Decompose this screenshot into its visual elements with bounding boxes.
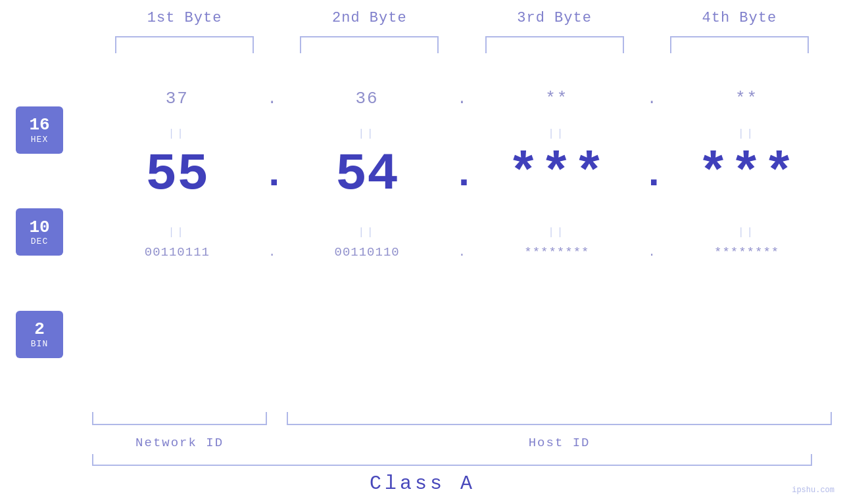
bracket-top-2 — [277, 36, 462, 53]
pipe-7: || — [472, 227, 642, 239]
class-bracket — [92, 454, 812, 466]
bin-dot-2: . — [452, 246, 472, 259]
network-id-label: Network ID — [92, 436, 267, 450]
bin-badge-number: 2 — [34, 320, 45, 339]
bracket-top-4 — [647, 36, 832, 53]
dec-dot-2: . — [452, 155, 472, 195]
hex-dot-1: . — [262, 90, 282, 108]
main-container: 16 HEX 10 DEC 2 BIN 1st Byte 2nd Byte 3r… — [0, 0, 845, 504]
dec-val-2: 54 — [282, 145, 452, 204]
pipe-row-1: || || || || — [92, 128, 832, 140]
badge-column: 16 HEX 10 DEC 2 BIN — [16, 0, 63, 504]
dec-badge-number: 10 — [29, 218, 49, 237]
hex-dot-2: . — [452, 90, 472, 108]
host-bracket — [287, 412, 832, 425]
header-byte3: 3rd Byte — [462, 10, 647, 26]
dec-val-3: *** — [472, 145, 642, 204]
pipe-1: || — [92, 128, 262, 140]
bin-val-1: 00110111 — [92, 245, 262, 260]
byte-headers: 1st Byte 2nd Byte 3rd Byte 4th Byte — [92, 10, 832, 26]
pipe-5: || — [92, 227, 262, 239]
hex-val-3: ** — [472, 89, 642, 108]
hex-val-1: 37 — [92, 89, 262, 108]
dec-badge-label: DEC — [31, 237, 48, 246]
hex-badge-label: HEX — [31, 135, 48, 145]
bin-val-3: ******** — [472, 245, 642, 260]
dec-dot-1: . — [262, 155, 282, 195]
header-byte1: 1st Byte — [92, 10, 277, 26]
header-byte4: 4th Byte — [647, 10, 832, 26]
pipe-6: || — [282, 227, 452, 239]
hex-val-2: 36 — [282, 89, 452, 108]
pipe-3: || — [472, 128, 642, 140]
dec-val-4: *** — [662, 145, 832, 204]
bracket-top-3 — [462, 36, 647, 53]
network-host-brackets — [92, 412, 832, 425]
pipe-2: || — [282, 128, 452, 140]
dec-badge: 10 DEC — [16, 208, 63, 256]
pipe-row-2: || || || || — [92, 227, 832, 239]
class-label: Class A — [0, 472, 845, 495]
bracket-top-1 — [92, 36, 277, 53]
pipe-4: || — [662, 128, 832, 140]
hex-dot-3: . — [642, 90, 662, 108]
network-host-labels: Network ID Host ID — [92, 436, 832, 450]
hex-badge: 16 HEX — [16, 106, 63, 154]
bracket-line-1 — [115, 36, 254, 53]
bracket-line-4 — [670, 36, 809, 53]
dec-val-1: 55 — [92, 145, 262, 204]
host-id-label: Host ID — [287, 436, 832, 450]
bin-dot-1: . — [262, 246, 282, 259]
header-byte2: 2nd Byte — [277, 10, 462, 26]
network-bracket — [92, 412, 267, 425]
hex-badge-number: 16 — [29, 116, 49, 135]
pipe-8: || — [662, 227, 832, 239]
top-brackets — [92, 36, 832, 53]
bracket-line-3 — [485, 36, 624, 53]
hex-row: 37 . 36 . ** . ** — [92, 89, 832, 108]
hex-val-4: ** — [662, 89, 832, 108]
bin-val-4: ******** — [662, 245, 832, 260]
watermark: ipshu.com — [792, 486, 834, 495]
bin-row: 00110111 . 00110110 . ******** . *******… — [92, 245, 832, 260]
dec-row: 55 . 54 . *** . *** — [92, 145, 832, 204]
bin-badge: 2 BIN — [16, 311, 63, 358]
bin-badge-label: BIN — [31, 339, 48, 349]
dec-dot-3: . — [642, 155, 662, 195]
content-area: 37 . 36 . ** . ** || || || || — [92, 59, 832, 438]
bin-val-2: 00110110 — [282, 245, 452, 260]
bin-dot-3: . — [642, 246, 662, 259]
bracket-line-2 — [300, 36, 439, 53]
